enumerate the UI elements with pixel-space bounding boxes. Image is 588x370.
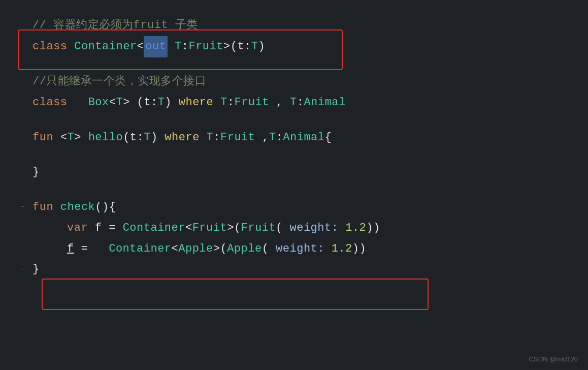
var-name-f: f =: [95, 218, 123, 239]
type-T9: T: [269, 128, 276, 148]
line-close-check: ⁻ }: [20, 259, 568, 280]
keyword-fun: fun: [32, 128, 60, 148]
param-t: t: [237, 37, 244, 57]
punct-gt4: >: [227, 218, 234, 239]
line-comment2: //只能继承一个类，实现多个接口: [20, 72, 568, 92]
space-w1: [338, 218, 345, 239]
punct-lparen: (: [231, 37, 238, 57]
named-weight2: weight:: [276, 239, 324, 260]
fold-icon-close1: ⁻: [20, 168, 30, 178]
class-name-box: Box: [88, 92, 109, 113]
number-1-2-2: 1.2: [332, 239, 352, 260]
space6: [81, 128, 88, 148]
space10: ,: [255, 128, 269, 148]
type-T2: T: [116, 92, 123, 113]
keyword-out: out: [144, 36, 168, 58]
check-parens: (){: [95, 197, 116, 218]
type-T5: T: [290, 92, 297, 113]
punct-colon2: :: [244, 37, 251, 57]
watermark: CSDN @mid120: [529, 355, 578, 363]
fold-icon-close2: ⁻: [20, 265, 30, 275]
closing-parens1: )): [366, 218, 380, 239]
space2: (t:: [130, 92, 158, 113]
type-T6: T: [68, 128, 75, 148]
type-T3: T: [158, 92, 165, 113]
punct-lparen2: (: [234, 218, 241, 239]
type-T: T: [251, 37, 258, 57]
line-fun-check: ⁻ fun check (){: [20, 197, 568, 218]
apple-paren: (: [262, 239, 276, 260]
class-name-container: Container: [74, 37, 137, 57]
punct-lparen3: (: [220, 239, 227, 260]
line-blank2: [20, 113, 568, 128]
var-f-ref: f: [67, 239, 74, 260]
punct-gt5: >: [213, 239, 220, 260]
type-T8: T: [207, 128, 214, 148]
apple-ctor: Apple: [227, 239, 262, 260]
punct-lt: <: [137, 37, 144, 57]
space9: [200, 128, 207, 148]
keyword-class2: class: [32, 92, 74, 113]
punct-lt3: <: [60, 128, 68, 148]
keyword-where: where: [179, 92, 214, 113]
brace-close2: }: [32, 259, 40, 280]
keyword-class: class: [32, 37, 74, 57]
punct-colon6: :: [276, 128, 283, 148]
type-fruit2: Fruit: [234, 92, 269, 113]
line-assign-f: f = Container < Apple > ( Apple ( weight…: [20, 239, 568, 260]
punct-gt2: >: [123, 92, 130, 113]
fold-icon-check: ⁻: [20, 202, 30, 212]
type-fruit: Fruit: [188, 37, 223, 57]
code-editor: // 容器约定必须为fruit 子类 class Container <out …: [0, 0, 588, 295]
fun-name-hello: hello: [88, 128, 123, 148]
number-1-2-1: 1.2: [345, 218, 366, 239]
type-apple: Apple: [178, 239, 213, 260]
container-ref2: Container: [109, 239, 171, 260]
line-blank1: [20, 57, 568, 72]
comment-text: // 容器约定必须为fruit 子类: [32, 15, 198, 36]
type-T7: T: [144, 128, 151, 148]
assign-op: =: [74, 239, 109, 260]
space-w2: [324, 239, 332, 260]
container-ref1: Container: [123, 218, 185, 239]
keyword-var: var: [67, 218, 95, 239]
punct-colon5: :: [213, 128, 220, 148]
punct-colon3: :: [227, 92, 235, 113]
line-class-box: class Box < T > (t: T ) where T : Fruit …: [20, 92, 568, 113]
space5: ,: [269, 92, 290, 113]
punct-lt4: <: [185, 218, 192, 239]
punct-gt3: >: [74, 128, 81, 148]
comment2-text: //只能继承一个类，实现多个接口: [32, 72, 206, 92]
space4: [213, 92, 220, 113]
punct-lt2: <: [109, 92, 116, 113]
type-animal2: Animal: [283, 128, 324, 148]
type-fruit4: Fruit: [192, 218, 227, 239]
line-comment1: // 容器约定必须为fruit 子类: [20, 15, 568, 36]
type-fruit3: Fruit: [220, 128, 255, 148]
keyword-where2: where: [165, 128, 200, 148]
space7: (t:: [123, 128, 144, 148]
named-weight1: weight:: [290, 218, 339, 239]
line-var-f: var f = Container < Fruit > ( Fruit ( we…: [20, 218, 568, 239]
brace-open: {: [325, 128, 332, 148]
fold-icon-hello: ⁻: [20, 133, 30, 143]
line-fun-hello: ⁻ fun < T > hello (t: T ) where T : Frui…: [20, 128, 568, 148]
fun-name-check: check: [60, 197, 95, 218]
punct-colon4: :: [297, 92, 304, 113]
line-blank4: [20, 183, 568, 197]
type-param-T: T: [175, 37, 182, 57]
closing-parens2: )): [352, 239, 366, 260]
punct-colon1: :: [182, 37, 189, 57]
punct-lt5: <: [172, 239, 179, 260]
keyword-fun2: fun: [32, 197, 60, 218]
punct-gt: >: [223, 37, 231, 57]
space8: ): [151, 128, 165, 148]
type-animal: Animal: [304, 92, 345, 113]
type-T4: T: [220, 92, 227, 113]
fruit-ctor: Fruit: [241, 218, 276, 239]
space3: ): [165, 92, 178, 113]
line-class-container: class Container <out T : Fruit > ( t : T…: [20, 36, 568, 58]
punct-rparen: ): [258, 37, 266, 57]
line-blank3: [20, 148, 568, 162]
space: [168, 37, 175, 57]
